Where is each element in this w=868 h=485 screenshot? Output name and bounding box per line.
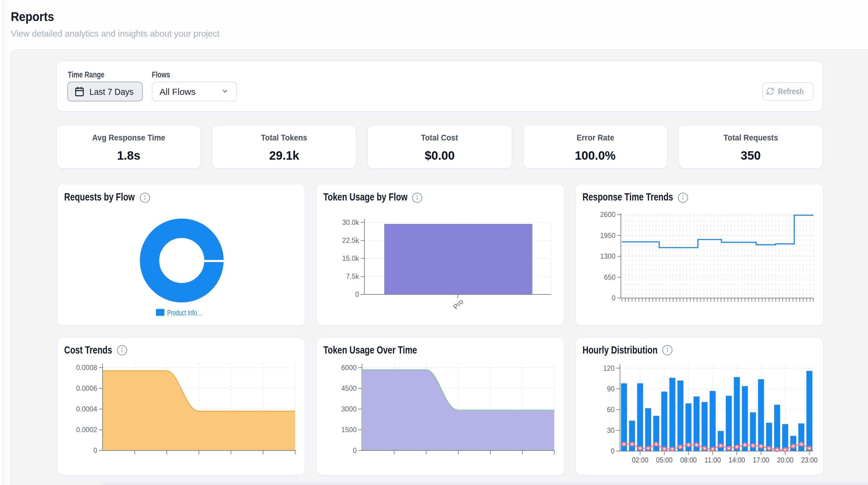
svg-text:0.0004: 0.0004 xyxy=(76,405,97,413)
svg-text:08:00: 08:00 xyxy=(680,456,697,464)
svg-text:0: 0 xyxy=(612,294,616,302)
svg-text:90: 90 xyxy=(607,385,615,393)
svg-text:14:00: 14:00 xyxy=(728,456,745,464)
svg-text:6000: 6000 xyxy=(341,364,356,371)
svg-text:30.0k: 30.0k xyxy=(342,219,359,226)
svg-text:7.5k: 7.5k xyxy=(346,273,359,280)
svg-text:17:00: 17:00 xyxy=(753,456,769,464)
svg-text:11:00: 11:00 xyxy=(705,456,721,464)
svg-text:05:00: 05:00 xyxy=(656,456,673,464)
svg-text:Pro: Pro xyxy=(452,297,465,311)
svg-text:650: 650 xyxy=(604,274,616,281)
svg-text:4500: 4500 xyxy=(341,384,356,392)
svg-text:0.0002: 0.0002 xyxy=(76,426,97,433)
svg-text:23:00: 23:00 xyxy=(801,456,817,464)
svg-text:1300: 1300 xyxy=(600,252,616,260)
svg-text:0: 0 xyxy=(355,290,359,298)
svg-text:0: 0 xyxy=(93,446,97,454)
svg-text:60: 60 xyxy=(607,405,615,413)
svg-text:120: 120 xyxy=(603,364,615,372)
svg-text:0.0008: 0.0008 xyxy=(76,364,97,371)
svg-text:20:00: 20:00 xyxy=(777,456,793,464)
svg-text:0.0006: 0.0006 xyxy=(76,384,97,392)
svg-text:22.5k: 22.5k xyxy=(342,236,359,244)
svg-text:02:00: 02:00 xyxy=(632,456,648,464)
svg-text:1500: 1500 xyxy=(341,426,356,433)
svg-text:3000: 3000 xyxy=(341,405,356,413)
svg-text:30: 30 xyxy=(607,426,615,434)
svg-text:0: 0 xyxy=(611,447,615,455)
svg-text:0: 0 xyxy=(353,446,356,454)
svg-text:Product Info…: Product Info… xyxy=(167,309,203,317)
svg-text:2600: 2600 xyxy=(600,211,616,219)
svg-text:15.0k: 15.0k xyxy=(342,255,359,262)
svg-text:1950: 1950 xyxy=(600,232,616,239)
